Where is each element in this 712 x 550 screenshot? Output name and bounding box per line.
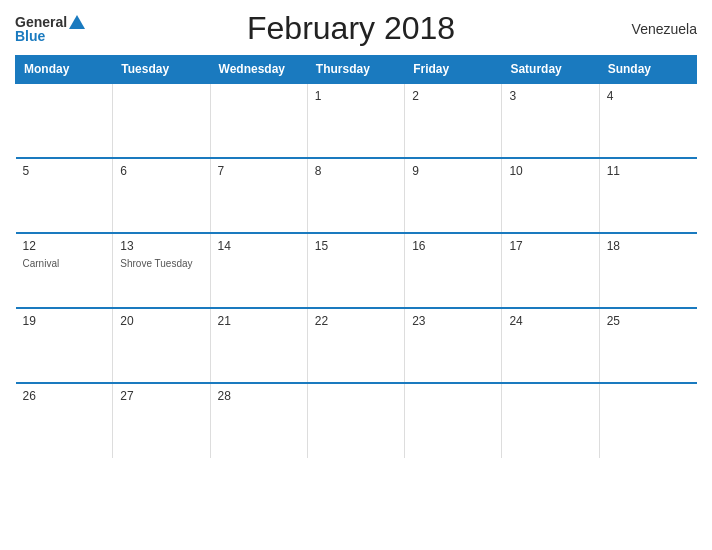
calendar-cell: 19 bbox=[16, 308, 113, 383]
calendar-cell bbox=[210, 83, 307, 158]
day-number: 1 bbox=[315, 89, 397, 103]
calendar-cell bbox=[307, 383, 404, 458]
calendar-week-row: 1234 bbox=[16, 83, 697, 158]
day-number: 2 bbox=[412, 89, 494, 103]
calendar-week-row: 567891011 bbox=[16, 158, 697, 233]
logo: General Blue bbox=[15, 15, 85, 43]
header: General Blue February 2018 Venezuela bbox=[15, 10, 697, 47]
calendar-cell: 12Carnival bbox=[16, 233, 113, 308]
calendar-cell: 20 bbox=[113, 308, 210, 383]
col-saturday: Saturday bbox=[502, 56, 599, 84]
calendar-week-row: 19202122232425 bbox=[16, 308, 697, 383]
calendar-header-row: Monday Tuesday Wednesday Thursday Friday… bbox=[16, 56, 697, 84]
calendar-cell bbox=[113, 83, 210, 158]
calendar-title: February 2018 bbox=[85, 10, 617, 47]
calendar-cell: 15 bbox=[307, 233, 404, 308]
col-thursday: Thursday bbox=[307, 56, 404, 84]
calendar-cell bbox=[405, 383, 502, 458]
calendar-cell: 2 bbox=[405, 83, 502, 158]
col-friday: Friday bbox=[405, 56, 502, 84]
calendar-cell: 25 bbox=[599, 308, 696, 383]
calendar-cell: 24 bbox=[502, 308, 599, 383]
calendar-cell: 21 bbox=[210, 308, 307, 383]
day-number: 23 bbox=[412, 314, 494, 328]
calendar-cell: 14 bbox=[210, 233, 307, 308]
calendar-cell: 28 bbox=[210, 383, 307, 458]
calendar-cell: 5 bbox=[16, 158, 113, 233]
calendar-cell: 7 bbox=[210, 158, 307, 233]
day-number: 12 bbox=[23, 239, 106, 253]
day-number: 9 bbox=[412, 164, 494, 178]
day-number: 6 bbox=[120, 164, 202, 178]
calendar-cell: 26 bbox=[16, 383, 113, 458]
calendar-cell: 3 bbox=[502, 83, 599, 158]
calendar-cell: 4 bbox=[599, 83, 696, 158]
calendar-cell bbox=[16, 83, 113, 158]
calendar-week-row: 12Carnival13Shrove Tuesday1415161718 bbox=[16, 233, 697, 308]
day-number: 11 bbox=[607, 164, 690, 178]
day-number: 21 bbox=[218, 314, 300, 328]
day-number: 16 bbox=[412, 239, 494, 253]
day-number: 13 bbox=[120, 239, 202, 253]
calendar-cell: 9 bbox=[405, 158, 502, 233]
calendar-cell: 23 bbox=[405, 308, 502, 383]
calendar-cell: 22 bbox=[307, 308, 404, 383]
day-number: 26 bbox=[23, 389, 106, 403]
day-number: 25 bbox=[607, 314, 690, 328]
calendar-cell: 17 bbox=[502, 233, 599, 308]
col-tuesday: Tuesday bbox=[113, 56, 210, 84]
day-number: 15 bbox=[315, 239, 397, 253]
day-number: 20 bbox=[120, 314, 202, 328]
calendar-week-row: 262728 bbox=[16, 383, 697, 458]
day-event: Shrove Tuesday bbox=[120, 258, 192, 269]
logo-general-text: General bbox=[15, 15, 67, 29]
day-number: 28 bbox=[218, 389, 300, 403]
day-number: 8 bbox=[315, 164, 397, 178]
logo-triangle-icon bbox=[69, 15, 85, 29]
calendar-cell bbox=[502, 383, 599, 458]
calendar-cell: 6 bbox=[113, 158, 210, 233]
day-event: Carnival bbox=[23, 258, 60, 269]
day-number: 19 bbox=[23, 314, 106, 328]
calendar-cell: 10 bbox=[502, 158, 599, 233]
day-number: 4 bbox=[607, 89, 690, 103]
calendar-container: General Blue February 2018 Venezuela Mon… bbox=[0, 0, 712, 550]
logo-blue-text: Blue bbox=[15, 29, 85, 43]
day-number: 22 bbox=[315, 314, 397, 328]
day-number: 17 bbox=[509, 239, 591, 253]
calendar-cell: 27 bbox=[113, 383, 210, 458]
day-number: 3 bbox=[509, 89, 591, 103]
day-number: 7 bbox=[218, 164, 300, 178]
day-number: 24 bbox=[509, 314, 591, 328]
col-wednesday: Wednesday bbox=[210, 56, 307, 84]
col-monday: Monday bbox=[16, 56, 113, 84]
day-number: 10 bbox=[509, 164, 591, 178]
calendar-cell: 13Shrove Tuesday bbox=[113, 233, 210, 308]
calendar-cell: 16 bbox=[405, 233, 502, 308]
day-number: 27 bbox=[120, 389, 202, 403]
calendar-cell: 1 bbox=[307, 83, 404, 158]
calendar-cell bbox=[599, 383, 696, 458]
calendar-cell: 18 bbox=[599, 233, 696, 308]
day-number: 14 bbox=[218, 239, 300, 253]
country-label: Venezuela bbox=[617, 21, 697, 37]
day-number: 5 bbox=[23, 164, 106, 178]
calendar-table: Monday Tuesday Wednesday Thursday Friday… bbox=[15, 55, 697, 458]
calendar-cell: 11 bbox=[599, 158, 696, 233]
calendar-cell: 8 bbox=[307, 158, 404, 233]
col-sunday: Sunday bbox=[599, 56, 696, 84]
day-number: 18 bbox=[607, 239, 690, 253]
